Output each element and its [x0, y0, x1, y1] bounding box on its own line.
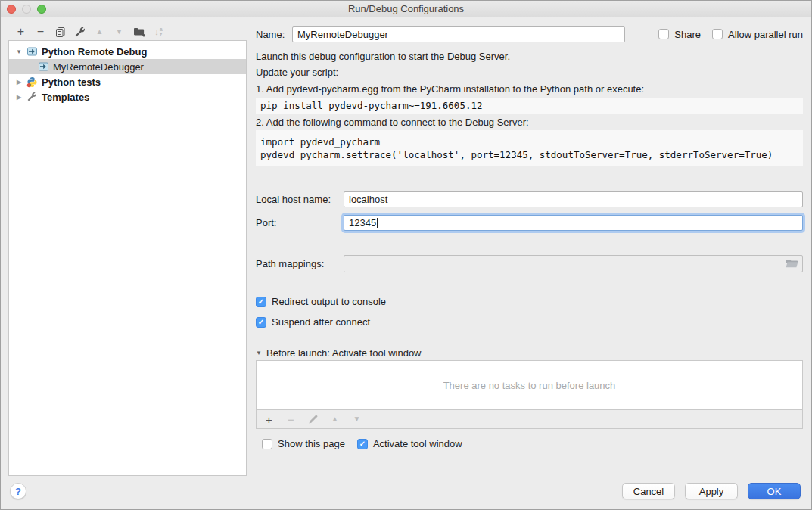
port-row: Port: 12345 [256, 214, 803, 231]
path-mappings-input[interactable] [344, 255, 803, 272]
instruction-line: Update your script: [256, 67, 803, 79]
before-launch-title: Before launch: Activate tool window [266, 347, 422, 359]
remote-debug-config-icon [26, 46, 38, 58]
triangle-up-icon: ▲ [331, 415, 339, 423]
move-task-down-button[interactable]: ▼ [350, 412, 363, 426]
collapse-triangle-icon[interactable]: ▶ [15, 94, 23, 101]
name-input[interactable] [292, 26, 625, 42]
local-host-input[interactable] [344, 191, 803, 207]
remote-debug-config-icon [38, 61, 49, 73]
allow-parallel-run-checkbox[interactable]: Allow parallel run [712, 29, 803, 40]
activate-tool-window-checkbox[interactable]: ✓ Activate tool window [357, 438, 462, 449]
collapse-section-icon[interactable]: ▼ [256, 350, 266, 356]
configurations-tree: ▼ Python Remote Debug MyRemoteDebugger ▶… [8, 40, 247, 476]
python-tests-icon [26, 76, 38, 88]
new-folder-icon [133, 26, 145, 38]
check-icon: ✓ [258, 319, 264, 326]
move-down-button[interactable]: ▼ [113, 25, 126, 39]
before-launch-options: Show this page ✓ Activate tool window [256, 438, 803, 449]
tree-item-myremotedebugger[interactable]: MyRemoteDebugger [9, 59, 246, 74]
triangle-up-icon: ▲ [96, 28, 104, 36]
run-debug-configurations-dialog: Run/Debug Configurations + − ▲ ▼ ↓ az ▼ … [0, 0, 812, 510]
redirect-output-checkbox[interactable]: ✓ Redirect output to console [256, 296, 803, 307]
remove-configuration-button[interactable]: − [34, 25, 47, 39]
zoom-window-button[interactable] [37, 5, 46, 14]
before-launch-section-header[interactable]: ▼ Before launch: Activate tool window [256, 347, 803, 358]
check-icon: ✓ [258, 298, 264, 306]
expand-triangle-icon[interactable]: ▼ [15, 48, 23, 55]
traffic-lights [7, 5, 46, 14]
suspend-after-connect-label: Suspend after connect [272, 316, 370, 328]
apply-button[interactable]: Apply [685, 483, 738, 499]
sort-az-icon: ↓ az [154, 26, 162, 37]
edit-templates-button[interactable] [73, 25, 86, 39]
share-checkbox[interactable]: Share [658, 29, 701, 40]
instruction-step-2: 2. Add the following command to connect … [256, 117, 803, 129]
tree-item-python-remote-debug[interactable]: ▼ Python Remote Debug [9, 44, 246, 59]
configuration-settings-panel: Name: Share Allow parallel run Launch th… [256, 23, 803, 449]
checkbox-box: ✓ [256, 317, 266, 328]
browse-folder-button[interactable] [786, 258, 798, 269]
triangle-down-icon: ▼ [116, 28, 123, 36]
remove-task-button[interactable]: − [285, 412, 297, 426]
tree-item-python-tests[interactable]: ▶ Python tests [9, 74, 246, 89]
tree-item-label: Python Remote Debug [42, 46, 147, 58]
pip-install-code: pip install pydevd-pycharm~=191.6605.12 [256, 98, 803, 114]
folder-icon [786, 258, 798, 269]
path-mappings-row: Path mappings: [256, 254, 803, 272]
text-caret [377, 218, 378, 228]
show-this-page-checkbox[interactable]: Show this page [262, 438, 345, 449]
name-label: Name: [256, 29, 292, 40]
name-row: Name: Share Allow parallel run [256, 26, 803, 42]
collapse-triangle-icon[interactable]: ▶ [15, 79, 23, 86]
dialog-footer: ? Cancel Apply OK [1, 476, 811, 509]
help-button[interactable]: ? [10, 483, 26, 499]
checkbox-box [712, 29, 723, 39]
code-line: pydevd_pycharm.settrace('localhost', por… [260, 148, 798, 161]
templates-wrench-icon [26, 92, 38, 103]
redirect-output-label: Redirect output to console [272, 296, 386, 307]
add-configuration-button[interactable]: + [14, 25, 27, 39]
port-input[interactable]: 12345 [344, 215, 803, 231]
minimize-window-button[interactable] [22, 5, 31, 14]
task-list-toolbar: + − ▲ ▼ [256, 410, 803, 429]
configurations-toolbar: + − ▲ ▼ ↓ az [14, 25, 165, 39]
ok-button[interactable]: OK [748, 483, 801, 499]
create-folder-button[interactable] [132, 25, 145, 39]
code-line: import pydevd_pycharm [260, 135, 798, 148]
checkbox-box [262, 439, 272, 449]
add-task-button[interactable]: + [263, 412, 275, 426]
copy-icon [54, 26, 66, 38]
sort-configurations-button[interactable]: ↓ az [152, 25, 165, 39]
window-title: Run/Debug Configurations [1, 3, 811, 14]
edit-task-button[interactable] [306, 412, 319, 426]
pencil-icon [308, 414, 319, 424]
plus-icon: + [266, 414, 272, 425]
plus-icon: + [17, 26, 24, 38]
instruction-line: Launch this debug configuration to start… [256, 51, 803, 63]
tree-item-templates[interactable]: ▶ Templates [9, 89, 246, 104]
before-launch-task-list[interactable]: There are no tasks to run before launch [256, 360, 803, 410]
cancel-button[interactable]: Cancel [622, 483, 675, 499]
suspend-after-connect-checkbox[interactable]: ✓ Suspend after connect [256, 316, 803, 328]
question-mark-icon: ? [15, 486, 21, 497]
checkbox-box [658, 29, 669, 39]
tree-item-label: Python tests [42, 76, 101, 88]
move-up-button[interactable]: ▲ [93, 25, 106, 39]
settrace-code-block: import pydevd_pycharm pydevd_pycharm.set… [256, 130, 803, 166]
move-task-up-button[interactable]: ▲ [328, 412, 341, 426]
allow-parallel-run-label: Allow parallel run [728, 29, 803, 40]
local-host-label: Local host name: [256, 194, 344, 205]
copy-configuration-button[interactable] [54, 25, 67, 39]
close-window-button[interactable] [7, 5, 16, 14]
path-mappings-label: Path mappings: [256, 258, 344, 269]
section-divider [428, 353, 803, 353]
empty-task-list-text: There are no tasks to run before launch [443, 380, 616, 391]
checkbox-box: ✓ [256, 297, 266, 307]
local-host-row: Local host name: [256, 191, 803, 207]
triangle-down-icon: ▼ [353, 415, 361, 423]
titlebar[interactable]: Run/Debug Configurations [1, 1, 811, 17]
instruction-step-1: 1. Add pydevd-pycharm.egg from the PyCha… [256, 83, 803, 95]
share-label: Share [674, 29, 701, 40]
show-this-page-label: Show this page [278, 438, 345, 449]
